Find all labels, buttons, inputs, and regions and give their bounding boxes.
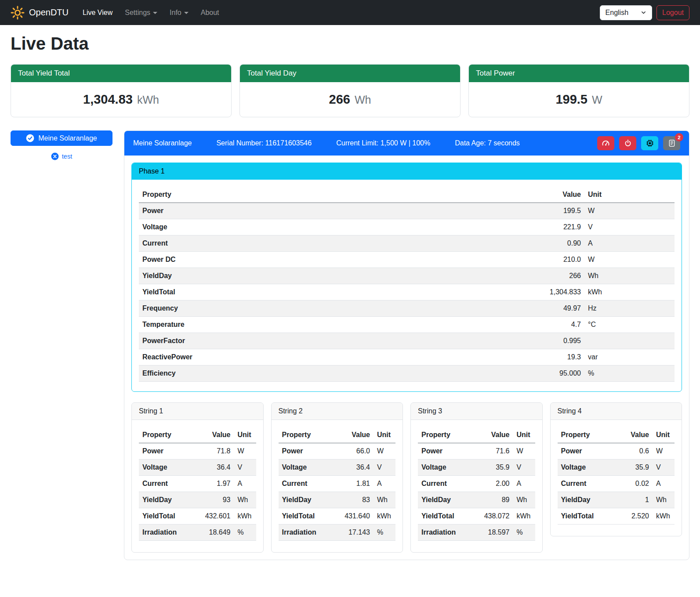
unit-cell: °C: [584, 317, 675, 333]
logout-button[interactable]: Logout: [656, 5, 689, 20]
table-row: Power71.6W: [418, 443, 535, 460]
property-cell: YieldDay: [418, 492, 475, 508]
value-cell: 35.9: [614, 460, 653, 476]
unit-cell: %: [234, 525, 256, 541]
journal-icon: [668, 139, 676, 147]
summary-unit: W: [592, 94, 602, 106]
nav-links: Live View Settings Info About: [76, 5, 225, 20]
inverter-panel: Meine Solaranlage Serial Number: 1161716…: [124, 130, 689, 560]
property-cell: Irradiation: [418, 525, 475, 541]
value-cell: 1: [614, 492, 653, 508]
unit-cell: kWh: [513, 508, 535, 525]
table-row: Voltage35.9V: [418, 460, 535, 476]
sidebar-item-test[interactable]: test: [11, 152, 112, 160]
value-cell: 36.4: [196, 460, 234, 476]
column-header-unit: Unit: [234, 427, 256, 443]
column-header-unit: Unit: [374, 427, 395, 443]
summary-unit: Wh: [355, 94, 371, 106]
property-cell: YieldDay: [139, 492, 196, 508]
property-cell: PowerFactor: [139, 333, 532, 349]
string-card-body: Property Value Unit Power71.6WVoltage35.…: [411, 420, 542, 552]
property-cell: Current: [139, 235, 532, 252]
value-cell: 1,304.833: [532, 284, 584, 300]
string-card-1: String 1 Property Value Unit: [131, 402, 264, 553]
language-select-value: English: [606, 9, 628, 17]
unit-cell: kWh: [584, 284, 675, 300]
string-card-title: String 3: [411, 403, 542, 420]
summary-value: 266: [329, 92, 350, 107]
chevron-down-icon: [153, 12, 157, 14]
table-row: YieldDay266Wh: [139, 268, 675, 284]
value-cell: 66.0: [335, 443, 374, 460]
property-cell: Voltage: [418, 460, 475, 476]
table-row: YieldTotal2.520kWh: [558, 508, 675, 525]
value-cell: 18.649: [196, 525, 234, 541]
nav-settings-label: Settings: [125, 9, 150, 16]
nav-settings-dropdown[interactable]: Settings: [119, 5, 163, 20]
table-row: Power66.0W: [279, 443, 396, 460]
power-button[interactable]: [619, 136, 636, 150]
column-header-unit: Unit: [584, 187, 675, 203]
unit-cell: Wh: [653, 492, 675, 508]
property-cell: Frequency: [139, 300, 532, 317]
string-card-3: String 3 Property Value Unit: [410, 402, 543, 553]
property-cell: ReactivePower: [139, 349, 532, 365]
unit-cell: V: [513, 460, 535, 476]
table-row: Voltage35.9V: [558, 460, 675, 476]
nav-live-view[interactable]: Live View: [76, 5, 119, 20]
table-row: Irradiation18.649%: [139, 525, 256, 541]
property-cell: YieldTotal: [279, 508, 335, 525]
chevron-down-icon: [641, 10, 646, 15]
value-cell: 438.072: [475, 508, 513, 525]
value-cell: 0.6: [614, 443, 653, 460]
inverter-sidebar: Meine Solaranlage test: [11, 130, 112, 160]
table-row: ReactivePower19.3var: [139, 349, 675, 365]
column-header-value: Value: [532, 187, 584, 203]
table-row: Power71.8W: [139, 443, 256, 460]
column-header-value: Value: [335, 427, 374, 443]
table-row: Irradiation18.597%: [418, 525, 535, 541]
device-info-button[interactable]: [641, 136, 658, 150]
language-select[interactable]: English: [600, 5, 652, 20]
value-cell: 89: [475, 492, 513, 508]
property-cell: YieldDay: [558, 492, 614, 508]
property-cell: Voltage: [139, 219, 532, 235]
nav-about[interactable]: About: [195, 5, 225, 20]
table-row: Voltage221.9V: [139, 219, 675, 235]
summary-cards-row: Total Yield Total 1,304.83 kWh Total Yie…: [11, 64, 689, 117]
property-cell: Voltage: [139, 460, 196, 476]
inverter-panel-header: Meine Solaranlage Serial Number: 1161716…: [124, 131, 689, 156]
string-card-2: String 2 Property Value Unit: [271, 402, 403, 553]
property-cell: YieldTotal: [418, 508, 475, 525]
unit-cell: W: [584, 252, 675, 268]
nav-info-dropdown[interactable]: Info: [163, 5, 195, 20]
table-row: Efficiency95.000%: [139, 365, 675, 382]
summary-card-total-yield-total: Total Yield Total 1,304.83 kWh: [11, 64, 232, 117]
table-row: Current1.97A: [139, 476, 256, 492]
string-table: Property Value Unit Power66.0WVoltage36.…: [279, 427, 396, 541]
value-cell: 18.597: [475, 525, 513, 541]
phase-table: Property Value Unit Power199.5WVoltage22…: [139, 187, 675, 382]
unit-cell: V: [653, 460, 675, 476]
power-icon: [624, 139, 632, 147]
table-row: Voltage36.4V: [279, 460, 396, 476]
unit-cell: A: [234, 476, 256, 492]
table-header-row: Property Value Unit: [418, 427, 535, 443]
property-cell: YieldDay: [139, 268, 532, 284]
brand-link[interactable]: OpenDTU: [11, 6, 69, 20]
event-log-button[interactable]: 2: [663, 136, 680, 150]
unit-cell: W: [653, 443, 675, 460]
value-cell: 431.640: [335, 508, 374, 525]
table-row: YieldTotal431.640kWh: [279, 508, 396, 525]
sidebar-item-label: Meine Solaranlage: [38, 134, 97, 142]
string-card-4: String 4 Property Value Unit: [550, 402, 682, 536]
property-cell: Power: [139, 203, 532, 219]
property-cell: Current: [558, 476, 614, 492]
property-cell: Current: [279, 476, 335, 492]
value-cell: 93: [196, 492, 234, 508]
value-cell: 4.7: [532, 317, 584, 333]
string-card-body: Property Value Unit Power71.8WVoltage36.…: [132, 420, 263, 552]
sidebar-item-label: test: [62, 153, 72, 160]
sidebar-item-meine-solaranlage[interactable]: Meine Solaranlage: [11, 130, 112, 146]
limit-settings-button[interactable]: [597, 136, 614, 150]
